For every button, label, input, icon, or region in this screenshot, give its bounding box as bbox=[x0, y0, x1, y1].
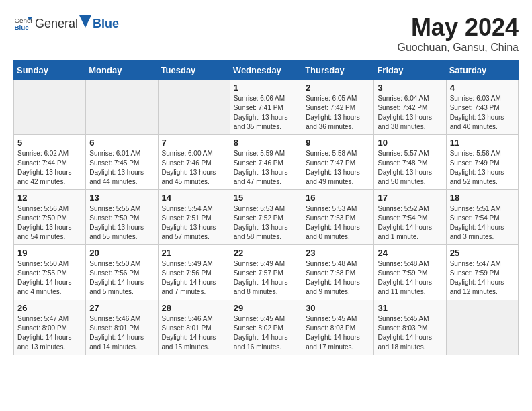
calendar-day-cell bbox=[158, 80, 230, 135]
day-info: Sunrise: 5:49 AMSunset: 7:57 PMDaylight:… bbox=[234, 259, 298, 297]
day-number: 28 bbox=[162, 303, 226, 313]
day-info: Sunrise: 6:01 AMSunset: 7:45 PMDaylight:… bbox=[89, 149, 154, 187]
logo-general-text: General bbox=[35, 17, 78, 31]
day-info: Sunrise: 6:06 AMSunset: 7:41 PMDaylight:… bbox=[234, 94, 298, 132]
day-number: 23 bbox=[306, 248, 370, 258]
day-number: 18 bbox=[450, 193, 515, 203]
page-title: May 2024 bbox=[397, 13, 519, 42]
weekday-header: Wednesday bbox=[230, 61, 302, 80]
day-info: Sunrise: 5:49 AMSunset: 7:56 PMDaylight:… bbox=[162, 259, 226, 297]
calendar-day-cell: 26Sunrise: 5:47 AMSunset: 8:00 PMDayligh… bbox=[14, 300, 86, 355]
weekday-header: Saturday bbox=[446, 61, 518, 80]
calendar-day-cell: 21Sunrise: 5:49 AMSunset: 7:56 PMDayligh… bbox=[158, 245, 230, 300]
day-info: Sunrise: 6:04 AMSunset: 7:42 PMDaylight:… bbox=[378, 94, 442, 132]
calendar-day-cell: 10Sunrise: 5:57 AMSunset: 7:48 PMDayligh… bbox=[374, 135, 446, 190]
day-number: 2 bbox=[306, 83, 370, 93]
day-info: Sunrise: 5:58 AMSunset: 7:47 PMDaylight:… bbox=[306, 149, 370, 187]
day-number: 14 bbox=[162, 193, 226, 203]
logo-triangle-icon bbox=[79, 15, 91, 28]
day-info: Sunrise: 5:45 AMSunset: 8:03 PMDaylight:… bbox=[306, 314, 370, 352]
day-info: Sunrise: 5:55 AMSunset: 7:50 PMDaylight:… bbox=[89, 204, 154, 242]
calendar-week-row: 19Sunrise: 5:50 AMSunset: 7:55 PMDayligh… bbox=[14, 245, 519, 300]
day-info: Sunrise: 5:56 AMSunset: 7:49 PMDaylight:… bbox=[450, 149, 515, 187]
calendar-day-cell: 7Sunrise: 6:00 AMSunset: 7:46 PMDaylight… bbox=[158, 135, 230, 190]
day-number: 19 bbox=[17, 248, 82, 258]
weekday-header: Sunday bbox=[14, 61, 86, 80]
calendar-day-cell: 18Sunrise: 5:51 AMSunset: 7:54 PMDayligh… bbox=[446, 190, 518, 245]
day-number: 27 bbox=[89, 303, 154, 313]
day-info: Sunrise: 5:57 AMSunset: 7:48 PMDaylight:… bbox=[378, 149, 442, 187]
calendar-day-cell: 28Sunrise: 5:46 AMSunset: 8:01 PMDayligh… bbox=[158, 300, 230, 355]
calendar-day-cell: 11Sunrise: 5:56 AMSunset: 7:49 PMDayligh… bbox=[446, 135, 518, 190]
logo-icon: General Blue bbox=[13, 13, 32, 32]
day-info: Sunrise: 5:54 AMSunset: 7:51 PMDaylight:… bbox=[162, 204, 226, 242]
day-info: Sunrise: 6:03 AMSunset: 7:43 PMDaylight:… bbox=[450, 94, 515, 132]
day-info: Sunrise: 5:48 AMSunset: 7:59 PMDaylight:… bbox=[378, 259, 442, 297]
day-info: Sunrise: 5:47 AMSunset: 7:59 PMDaylight:… bbox=[450, 259, 515, 297]
calendar-day-cell: 6Sunrise: 6:01 AMSunset: 7:45 PMDaylight… bbox=[86, 135, 158, 190]
calendar-day-cell: 29Sunrise: 5:45 AMSunset: 8:02 PMDayligh… bbox=[230, 300, 302, 355]
page-header: General Blue General Blue May 2024 Guoch… bbox=[13, 13, 519, 54]
calendar-day-cell: 16Sunrise: 5:53 AMSunset: 7:53 PMDayligh… bbox=[302, 190, 374, 245]
day-info: Sunrise: 6:05 AMSunset: 7:42 PMDaylight:… bbox=[306, 94, 370, 132]
day-info: Sunrise: 5:52 AMSunset: 7:54 PMDaylight:… bbox=[378, 204, 442, 242]
weekday-header: Thursday bbox=[302, 61, 374, 80]
day-info: Sunrise: 5:51 AMSunset: 7:54 PMDaylight:… bbox=[450, 204, 515, 242]
calendar-table: SundayMondayTuesdayWednesdayThursdayFrid… bbox=[13, 60, 519, 355]
day-number: 3 bbox=[378, 83, 442, 93]
calendar-week-row: 1Sunrise: 6:06 AMSunset: 7:41 PMDaylight… bbox=[14, 80, 519, 135]
day-info: Sunrise: 6:02 AMSunset: 7:44 PMDaylight:… bbox=[17, 149, 82, 187]
calendar-header-row: SundayMondayTuesdayWednesdayThursdayFrid… bbox=[14, 61, 519, 80]
day-info: Sunrise: 6:00 AMSunset: 7:46 PMDaylight:… bbox=[162, 149, 226, 187]
day-number: 29 bbox=[234, 303, 298, 313]
calendar-week-row: 12Sunrise: 5:56 AMSunset: 7:50 PMDayligh… bbox=[14, 190, 519, 245]
day-number: 16 bbox=[306, 193, 370, 203]
day-info: Sunrise: 5:45 AMSunset: 8:03 PMDaylight:… bbox=[378, 314, 442, 352]
calendar-day-cell: 9Sunrise: 5:58 AMSunset: 7:47 PMDaylight… bbox=[302, 135, 374, 190]
calendar-day-cell: 31Sunrise: 5:45 AMSunset: 8:03 PMDayligh… bbox=[374, 300, 446, 355]
weekday-header: Friday bbox=[374, 61, 446, 80]
svg-marker-3 bbox=[79, 15, 91, 28]
calendar-day-cell: 19Sunrise: 5:50 AMSunset: 7:55 PMDayligh… bbox=[14, 245, 86, 300]
day-number: 7 bbox=[162, 138, 226, 148]
calendar-day-cell: 13Sunrise: 5:55 AMSunset: 7:50 PMDayligh… bbox=[86, 190, 158, 245]
day-number: 24 bbox=[378, 248, 442, 258]
day-number: 6 bbox=[89, 138, 154, 148]
calendar-day-cell: 22Sunrise: 5:49 AMSunset: 7:57 PMDayligh… bbox=[230, 245, 302, 300]
day-number: 26 bbox=[17, 303, 82, 313]
calendar-day-cell: 17Sunrise: 5:52 AMSunset: 7:54 PMDayligh… bbox=[374, 190, 446, 245]
calendar-day-cell: 15Sunrise: 5:53 AMSunset: 7:52 PMDayligh… bbox=[230, 190, 302, 245]
calendar-day-cell: 5Sunrise: 6:02 AMSunset: 7:44 PMDaylight… bbox=[14, 135, 86, 190]
calendar-day-cell: 25Sunrise: 5:47 AMSunset: 7:59 PMDayligh… bbox=[446, 245, 518, 300]
day-number: 22 bbox=[234, 248, 298, 258]
calendar-day-cell: 8Sunrise: 5:59 AMSunset: 7:46 PMDaylight… bbox=[230, 135, 302, 190]
day-info: Sunrise: 5:53 AMSunset: 7:52 PMDaylight:… bbox=[234, 204, 298, 242]
day-info: Sunrise: 5:48 AMSunset: 7:58 PMDaylight:… bbox=[306, 259, 370, 297]
page-subtitle: Guochuan, Gansu, China bbox=[397, 42, 519, 54]
calendar-day-cell: 20Sunrise: 5:50 AMSunset: 7:56 PMDayligh… bbox=[86, 245, 158, 300]
calendar-day-cell bbox=[446, 300, 518, 355]
svg-text:Blue: Blue bbox=[14, 24, 29, 31]
calendar-day-cell: 27Sunrise: 5:46 AMSunset: 8:01 PMDayligh… bbox=[86, 300, 158, 355]
weekday-header: Tuesday bbox=[158, 61, 230, 80]
day-info: Sunrise: 5:46 AMSunset: 8:01 PMDaylight:… bbox=[89, 314, 154, 352]
day-number: 21 bbox=[162, 248, 226, 258]
day-number: 8 bbox=[234, 138, 298, 148]
day-number: 4 bbox=[450, 83, 515, 93]
calendar-day-cell: 14Sunrise: 5:54 AMSunset: 7:51 PMDayligh… bbox=[158, 190, 230, 245]
calendar-day-cell: 24Sunrise: 5:48 AMSunset: 7:59 PMDayligh… bbox=[374, 245, 446, 300]
day-number: 20 bbox=[89, 248, 154, 258]
calendar-day-cell: 30Sunrise: 5:45 AMSunset: 8:03 PMDayligh… bbox=[302, 300, 374, 355]
calendar-day-cell: 12Sunrise: 5:56 AMSunset: 7:50 PMDayligh… bbox=[14, 190, 86, 245]
day-info: Sunrise: 5:53 AMSunset: 7:53 PMDaylight:… bbox=[306, 204, 370, 242]
day-info: Sunrise: 5:56 AMSunset: 7:50 PMDaylight:… bbox=[17, 204, 82, 242]
day-number: 5 bbox=[17, 138, 82, 148]
calendar-day-cell: 23Sunrise: 5:48 AMSunset: 7:58 PMDayligh… bbox=[302, 245, 374, 300]
day-number: 10 bbox=[378, 138, 442, 148]
day-info: Sunrise: 5:45 AMSunset: 8:02 PMDaylight:… bbox=[234, 314, 298, 352]
day-info: Sunrise: 5:46 AMSunset: 8:01 PMDaylight:… bbox=[162, 314, 226, 352]
calendar-day-cell bbox=[86, 80, 158, 135]
day-number: 1 bbox=[234, 83, 298, 93]
day-number: 13 bbox=[89, 193, 154, 203]
calendar-day-cell bbox=[14, 80, 86, 135]
